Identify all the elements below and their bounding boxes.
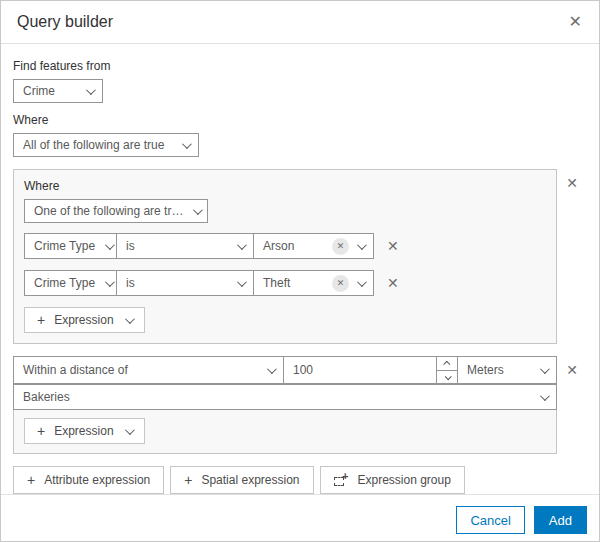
chevron-down-icon: [357, 277, 367, 287]
plus-icon: +: [37, 424, 45, 438]
chevron-down-icon: [105, 240, 115, 250]
expression-group-1: Where One of the following are tr… Crime…: [13, 169, 587, 344]
find-features-label: Find features from: [13, 59, 587, 73]
expression-actions: + Attribute expression + Spatial express…: [13, 466, 587, 494]
row2-operator-value: is: [126, 276, 135, 290]
group1-operator-value: One of the following are tr…: [34, 204, 183, 218]
unit-select[interactable]: Meters: [457, 356, 557, 384]
expression-group-label: Expression group: [358, 473, 451, 487]
dialog-body: Find features from Crime Where All of th…: [1, 44, 599, 494]
query-builder-dialog: Query builder ✕ Find features from Crime…: [0, 0, 600, 542]
group2-add-expression-label: Expression: [54, 424, 113, 438]
group1-where-label: Where: [24, 179, 546, 193]
chevron-down-icon: [540, 391, 550, 401]
layer-select[interactable]: Bakeries: [13, 384, 557, 410]
row1-value-select[interactable]: Arson ✕: [253, 233, 374, 259]
chevron-down-icon: [237, 240, 247, 250]
add-expression-group-button[interactable]: + Expression group: [320, 466, 465, 494]
spatial-expression-box: Within a distance of: [13, 356, 557, 454]
plus-icon: +: [37, 313, 45, 327]
unit-value: Meters: [467, 363, 504, 377]
chevron-down-icon: [193, 205, 203, 215]
stepper-up-button[interactable]: [437, 357, 457, 370]
chevron-up-icon: [443, 361, 450, 368]
add-button[interactable]: Add: [534, 506, 587, 534]
spatial-expression-group: Within a distance of: [13, 356, 587, 454]
row2-value-select[interactable]: Theft ✕: [253, 270, 374, 296]
row1-operator-value: is: [126, 239, 135, 253]
dialog-title: Query builder: [17, 13, 113, 31]
group2-add-expression-button[interactable]: + Expression: [24, 418, 145, 444]
close-icon[interactable]: ✕: [569, 14, 582, 30]
group1-operator-select[interactable]: One of the following are tr…: [24, 199, 208, 223]
expression-row-1: Crime Type is Arson ✕ ✕: [24, 233, 546, 259]
row2-field-value: Crime Type: [34, 276, 95, 290]
spatial-mode-select[interactable]: Within a distance of: [13, 356, 284, 384]
dialog-footer: Cancel Add: [1, 494, 599, 542]
dialog-header: Query builder ✕: [1, 1, 599, 44]
chevron-down-icon: [267, 364, 277, 374]
chevron-down-icon: [125, 425, 135, 435]
distance-input[interactable]: [284, 363, 436, 377]
chevron-down-icon: [540, 364, 550, 374]
attribute-expression-label: Attribute expression: [44, 473, 150, 487]
distance-input-group: [283, 356, 458, 384]
row1-delete-button[interactable]: ✕: [387, 239, 399, 253]
distance-stepper: [436, 357, 457, 383]
chevron-down-icon: [125, 314, 135, 324]
row1-value: Arson: [263, 239, 294, 253]
stepper-down-button[interactable]: [437, 370, 457, 383]
chevron-down-icon: [237, 277, 247, 287]
where-operator-select[interactable]: All of the following are true: [13, 133, 199, 157]
find-features-select[interactable]: Crime: [13, 79, 103, 103]
row2-clear-value-icon[interactable]: ✕: [332, 275, 349, 292]
add-attribute-expression-button[interactable]: + Attribute expression: [13, 466, 164, 494]
spatial-row: Within a distance of: [13, 356, 557, 384]
row2-delete-button[interactable]: ✕: [387, 276, 399, 290]
chevron-down-icon: [105, 277, 115, 287]
chevron-down-icon: [182, 139, 192, 149]
row1-field-select[interactable]: Crime Type: [24, 233, 117, 259]
chevron-down-icon: [444, 373, 451, 380]
expression-row-2: Crime Type is Theft ✕ ✕: [24, 270, 546, 296]
plus-icon: +: [184, 473, 192, 487]
find-features-value: Crime: [23, 84, 55, 98]
row1-field-value: Crime Type: [34, 239, 95, 253]
where-label: Where: [13, 113, 587, 127]
row2-operator-select[interactable]: is: [116, 270, 254, 296]
spatial-mode-value: Within a distance of: [23, 363, 128, 377]
group1-add-expression-label: Expression: [54, 313, 113, 327]
group1-delete-button[interactable]: ✕: [566, 176, 578, 190]
cancel-button[interactable]: Cancel: [456, 506, 524, 534]
where-operator-value: All of the following are true: [23, 138, 164, 152]
group1-add-expression-button[interactable]: + Expression: [24, 307, 145, 333]
row2-field-select[interactable]: Crime Type: [24, 270, 117, 296]
group2-delete-button[interactable]: ✕: [566, 363, 578, 377]
chevron-down-icon: [357, 240, 367, 250]
layer-value: Bakeries: [23, 390, 70, 404]
add-spatial-expression-button[interactable]: + Spatial expression: [170, 466, 313, 494]
row2-value: Theft: [263, 276, 290, 290]
expression-group-1-box: Where One of the following are tr… Crime…: [13, 169, 557, 344]
expression-group-icon: +: [334, 475, 347, 486]
plus-icon: +: [27, 473, 35, 487]
row1-operator-select[interactable]: is: [116, 233, 254, 259]
chevron-down-icon: [86, 85, 96, 95]
spatial-expression-label: Spatial expression: [201, 473, 299, 487]
row1-clear-value-icon[interactable]: ✕: [332, 238, 349, 255]
